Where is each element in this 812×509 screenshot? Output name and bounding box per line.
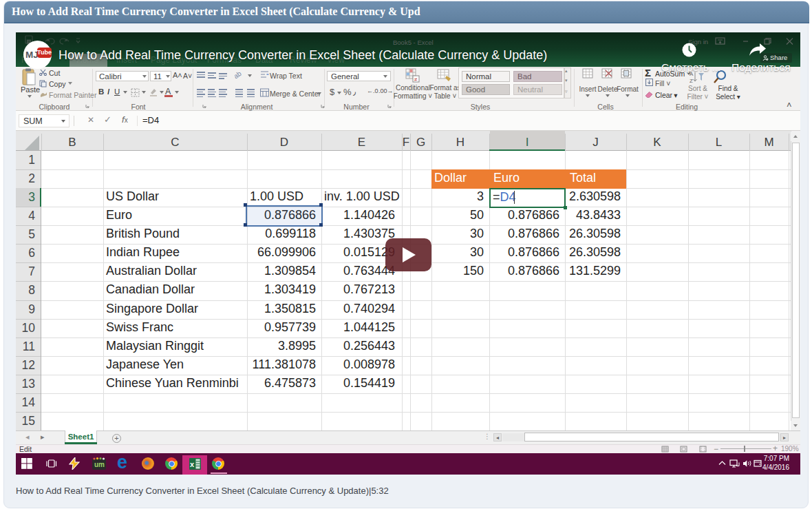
svg-text:Z: Z [690, 78, 693, 84]
svg-text:um: um [94, 461, 105, 468]
svg-text:ab: ab [235, 71, 243, 80]
svg-text:x: x [190, 460, 195, 468]
svg-text:≠: ≠ [414, 76, 418, 83]
